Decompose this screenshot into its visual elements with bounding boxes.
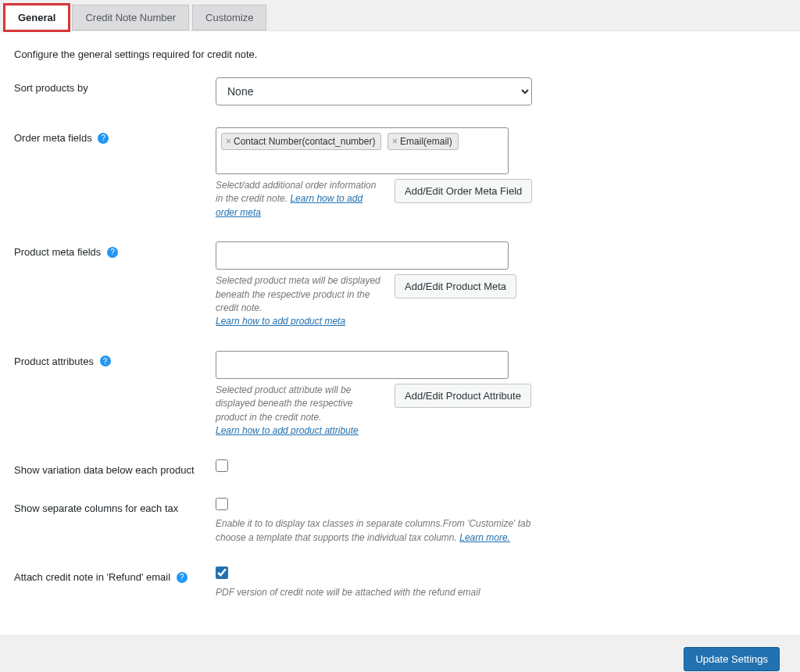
add-edit-order-meta-button[interactable]: Add/Edit Order Meta Field <box>395 179 532 203</box>
sort-products-select[interactable]: None <box>216 77 532 105</box>
tab-general[interactable]: General <box>5 5 69 30</box>
product-meta-label: Product meta fields <box>14 246 101 258</box>
attach-desc: PDF version of credit note will be attac… <box>216 586 544 599</box>
panel-intro: Configure the general settings required … <box>14 48 786 60</box>
sort-products-label: Sort products by <box>14 77 216 94</box>
order-meta-input[interactable]: ×Contact Number(contact_number) ×Email(e… <box>216 127 509 174</box>
help-icon[interactable]: ? <box>177 572 188 583</box>
order-meta-label: Order meta fields <box>14 132 92 144</box>
product-attr-input[interactable] <box>216 351 509 379</box>
product-meta-input[interactable] <box>216 241 509 270</box>
attach-label: Attach credit note in 'Refund' email <box>14 571 170 583</box>
order-meta-desc: Select/add additional order information … <box>216 179 384 220</box>
attach-checkbox[interactable] <box>216 567 228 579</box>
product-attr-learn-link[interactable]: Learn how to add product attribute <box>216 425 359 436</box>
tab-credit-note-number[interactable]: Credit Note Number <box>72 5 189 30</box>
tag-contact-number[interactable]: ×Contact Number(contact_number) <box>221 133 381 150</box>
product-meta-learn-link[interactable]: Learn how to add product meta <box>216 316 345 327</box>
tag-email[interactable]: ×Email(email) <box>388 133 459 150</box>
tag-remove-icon[interactable]: × <box>392 136 398 147</box>
variation-label: Show variation data below each product <box>14 459 216 476</box>
variation-checkbox[interactable] <box>216 459 228 472</box>
tax-cols-checkbox[interactable] <box>216 498 228 510</box>
tax-cols-learn-link[interactable]: Learn more. <box>459 532 510 543</box>
footer-bar: Update Settings <box>0 635 800 672</box>
settings-panel: Configure the general settings required … <box>0 31 800 635</box>
help-icon[interactable]: ? <box>98 133 109 144</box>
tax-cols-label: Show separate columns for each tax <box>14 498 216 514</box>
product-meta-desc: Selected product meta will be displayed … <box>216 274 384 329</box>
update-settings-button[interactable]: Update Settings <box>684 647 780 671</box>
tab-bar: General Credit Note Number Customize <box>0 0 800 31</box>
tax-cols-desc: Enable it to to display tax classes in s… <box>216 517 544 545</box>
add-edit-product-attr-button[interactable]: Add/Edit Product Attribute <box>395 384 531 408</box>
add-edit-product-meta-button[interactable]: Add/Edit Product Meta <box>395 274 516 298</box>
tab-customize[interactable]: Customize <box>192 5 266 30</box>
help-icon[interactable]: ? <box>107 247 118 258</box>
tag-remove-icon[interactable]: × <box>226 136 231 147</box>
product-attr-desc: Selected product attribute will be displ… <box>216 384 384 438</box>
help-icon[interactable]: ? <box>100 356 111 366</box>
product-attr-label: Product attributes <box>14 356 94 367</box>
